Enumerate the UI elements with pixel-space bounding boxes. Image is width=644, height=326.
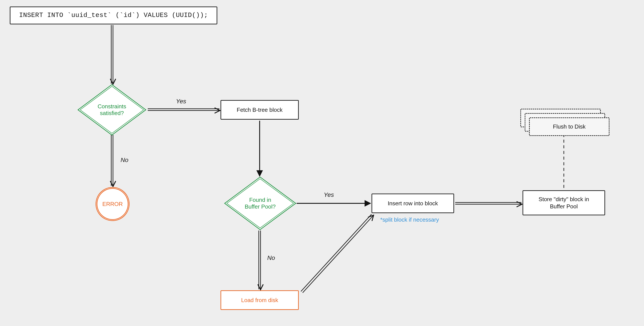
node-flush-to-disk: Flush to Disk <box>529 117 610 136</box>
node-fetch-btree: Fetch B-tree block <box>220 100 299 120</box>
svg-line-10 <box>301 214 372 291</box>
edge-load-to-insert <box>301 214 373 293</box>
node-found-label: Found in Buffer Pool? <box>224 176 296 230</box>
node-sql-statement-text: INSERT INTO `uuid_test` (`id`) VALUES (U… <box>19 11 208 20</box>
node-sql-statement: INSERT INTO `uuid_test` (`id`) VALUES (U… <box>10 7 217 24</box>
edge-constraints-yes <box>148 109 220 111</box>
edge-label-constraints-yes: Yes <box>176 98 186 105</box>
node-constraints-decision: Constraints satisfied? <box>77 84 147 136</box>
node-store-text: Store "dirty" block in Buffer Pool <box>538 196 589 210</box>
edge-label-constraints-no: No <box>120 157 128 164</box>
edge-label-found-yes: Yes <box>324 191 334 198</box>
flowchart-canvas: INSERT INTO `uuid_test` (`id`) VALUES (U… <box>0 0 644 326</box>
edge-label-found-no: No <box>267 254 275 261</box>
node-load-from-disk: Load from disk <box>220 290 299 310</box>
edge-found-no <box>259 230 260 289</box>
node-constraints-label: Constraints satisfied? <box>77 84 147 136</box>
node-insert-text: Insert row into block <box>388 200 438 207</box>
node-found-decision: Found in Buffer Pool? <box>224 176 296 230</box>
node-flush-text: Flush to Disk <box>553 123 586 130</box>
node-insert-row: Insert row into block <box>372 194 454 213</box>
edge-sql-to-constraints <box>111 25 113 84</box>
node-store-dirty: Store "dirty" block in Buffer Pool <box>522 190 605 215</box>
edge-insert-to-store <box>455 202 522 204</box>
node-fetch-btree-text: Fetch B-tree block <box>237 106 283 114</box>
node-error-text: ERROR <box>102 201 123 207</box>
svg-line-11 <box>303 215 373 293</box>
node-error: ERROR <box>96 187 130 221</box>
note-split-block: *split block if necessary <box>380 216 439 223</box>
edge-constraints-no <box>111 135 113 186</box>
edges-layer <box>0 0 644 326</box>
node-load-text: Load from disk <box>241 297 278 304</box>
